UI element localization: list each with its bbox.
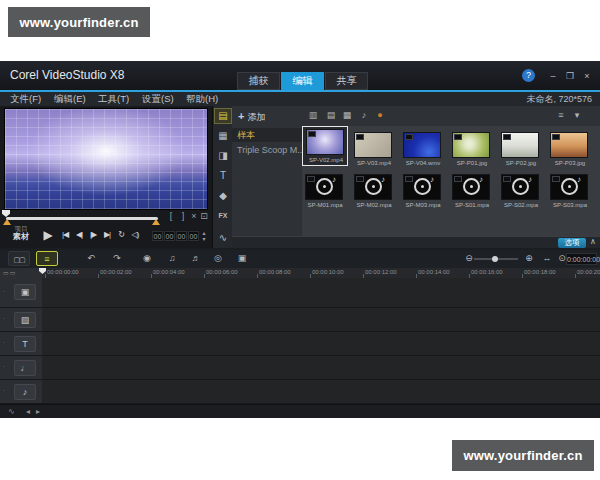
timeline-ruler[interactable]: ▭▭ 00:00:00:00 00:00:02:00 00:00:04:00 0… (0, 268, 600, 278)
thumbnail-image: ♪ (550, 174, 588, 200)
home-button[interactable]: |◀ (58, 229, 72, 241)
video-track-icon[interactable]: ▣ (14, 284, 36, 300)
track-status-icon[interactable]: · (3, 387, 5, 394)
instant-project-icon[interactable]: ▦ (214, 128, 232, 144)
play-button[interactable]: ▶ (40, 229, 56, 241)
undo-icon[interactable]: ↶ (80, 251, 102, 266)
library-folder-samples[interactable]: 样本 (232, 128, 302, 142)
record-capture-icon[interactable]: ◉ (136, 251, 158, 266)
thumbnail-label: SP-M03.mpa (400, 202, 446, 208)
menu-settings[interactable]: 设置(S) (142, 93, 174, 106)
scroll-right-icon[interactable]: ▸ (36, 407, 40, 416)
zoom-slider-handle[interactable] (492, 256, 498, 262)
sort-icon[interactable]: ▾ (570, 109, 584, 122)
timecode-seconds[interactable]: 00 (176, 231, 187, 241)
track-header-corner[interactable]: ▭▭ (0, 268, 42, 278)
show-video-icon[interactable]: ▤ (324, 109, 338, 122)
overlay-track-header[interactable]: ·▧ (0, 308, 42, 332)
title-track-icon[interactable]: T (14, 336, 36, 352)
trim-end-handle[interactable] (152, 219, 160, 225)
music-track-icon[interactable]: ♪ (14, 384, 36, 400)
scrub-bar[interactable] (6, 217, 158, 220)
fit-timeline-icon[interactable]: ∿ (8, 407, 15, 416)
media-type-badge (356, 134, 364, 140)
overlay-track-row[interactable] (42, 308, 600, 332)
music-track-header[interactable]: ·♪ (0, 380, 42, 404)
overlay-track-icon[interactable]: ▧ (14, 312, 36, 328)
video-track-row[interactable] (42, 278, 600, 308)
title-track-header[interactable]: ·T (0, 332, 42, 356)
scroll-left-icon[interactable]: ◂ (26, 407, 30, 416)
preview-video[interactable] (4, 108, 208, 210)
media-thumbnail[interactable]: SP-V02.mp4 (302, 126, 348, 166)
vinyl-record-icon (463, 178, 480, 195)
menu-tools[interactable]: 工具(T) (98, 93, 129, 106)
track-status-icon[interactable]: · (3, 363, 5, 370)
menu-edit[interactable]: 编辑(E) (54, 93, 86, 106)
timeline-timecode[interactable]: 0:00:00:00 (566, 253, 597, 265)
storyboard-view-icon[interactable]: ▢▢ (8, 251, 30, 266)
music-track-row[interactable] (42, 380, 600, 404)
mark-in-icon[interactable]: [ (166, 211, 176, 221)
next-frame-button[interactable]: |▶ (86, 229, 100, 241)
graphic-icon[interactable]: ◆ (214, 188, 232, 204)
volume-icon[interactable]: ◁) (128, 229, 142, 241)
title-track-row[interactable] (42, 332, 600, 356)
motion-tracking-icon[interactable]: ◎ (207, 251, 229, 266)
mode-clip-label[interactable]: 素材 (6, 232, 36, 241)
track-status-icon[interactable]: · (3, 288, 5, 295)
tab-edit[interactable]: 编辑 (281, 72, 324, 90)
repeat-button[interactable]: ↻ (114, 229, 128, 241)
add-folder-button[interactable]: +添加 (238, 110, 265, 124)
voice-track-header[interactable]: ·♩ (0, 356, 42, 380)
menu-help[interactable]: 帮助(H) (186, 93, 218, 106)
sound-mixer-icon[interactable]: ♫ (161, 251, 183, 266)
help-icon[interactable]: ? (522, 69, 535, 82)
browse-folder-icon[interactable]: ▥ (306, 109, 320, 122)
stepper-down-icon[interactable]: ▾ (202, 236, 205, 242)
mark-out-icon[interactable]: ] (178, 211, 188, 221)
scrubber-playhead[interactable] (2, 210, 10, 217)
close-button[interactable]: × (580, 70, 594, 82)
options-button[interactable]: 选项 (558, 238, 586, 248)
motion-path-icon[interactable]: ∿ (214, 230, 232, 246)
filter-fx-icon[interactable]: FX (214, 208, 232, 224)
track-status-icon[interactable]: · (3, 339, 5, 346)
collapse-panel-icon[interactable]: ∧ (590, 237, 596, 246)
music-note-icon: ♪ (430, 175, 434, 184)
timeline-zoom-slider[interactable] (474, 258, 518, 260)
subtitle-editor-icon[interactable]: ▣ (231, 251, 253, 266)
timecode-hours[interactable]: 00 (152, 231, 163, 241)
tab-share[interactable]: 共享 (325, 72, 368, 90)
voice-track-icon[interactable]: ♩ (14, 360, 36, 376)
title-icon[interactable]: T (214, 168, 232, 184)
split-clip-icon[interactable]: × (189, 211, 199, 221)
media-type-badge (454, 176, 462, 182)
track-status-icon[interactable]: · (3, 315, 5, 322)
mode-project-label[interactable]: 项目 (6, 225, 36, 232)
music-note-icon: ♪ (381, 175, 385, 184)
list-view-icon[interactable]: ≡ (554, 109, 568, 122)
record-import-icon[interactable]: ● (373, 109, 387, 122)
maximize-button[interactable]: ❐ (563, 70, 577, 82)
media-library-icon[interactable]: ▤ (214, 108, 232, 124)
redo-icon[interactable]: ↷ (106, 251, 128, 266)
tab-capture[interactable]: 捕获 (237, 72, 280, 90)
enlarge-preview-icon[interactable]: ⊡ (199, 211, 209, 221)
video-track-header[interactable]: ·▣ (0, 278, 42, 308)
menu-file[interactable]: 文件(F) (10, 93, 41, 106)
auto-music-icon[interactable]: ♬ (185, 251, 207, 266)
timecode-frames[interactable]: 00 (188, 231, 199, 241)
minimize-button[interactable]: – (546, 70, 560, 82)
timeline-view-icon[interactable]: ≡ (36, 251, 58, 266)
previous-frame-button[interactable]: ◀| (72, 229, 86, 241)
show-audio-icon[interactable]: ♪ (357, 109, 371, 122)
timecode-minutes[interactable]: 00 (164, 231, 175, 241)
show-photo-icon[interactable]: ▦ (340, 109, 354, 122)
play-mode-toggle[interactable]: 项目 素材 (6, 225, 36, 241)
library-folder-triplescoop[interactable]: Triple Scoop M... (232, 143, 302, 157)
voice-track-row[interactable] (42, 356, 600, 380)
transition-icon[interactable]: ◨ (214, 148, 232, 164)
timecode-stepper[interactable]: ▴ ▾ (200, 230, 208, 242)
end-button[interactable]: ▶| (100, 229, 114, 241)
